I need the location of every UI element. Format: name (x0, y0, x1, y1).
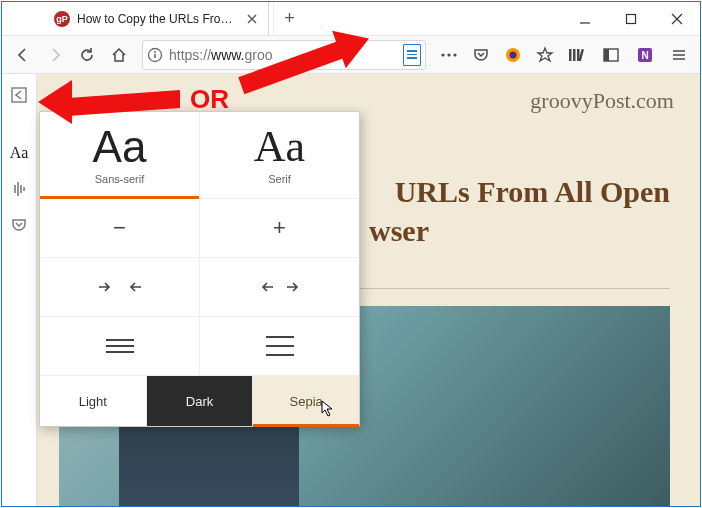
arrows-in-icon (97, 279, 143, 295)
narrate-icon[interactable] (6, 176, 32, 202)
theme-dark[interactable]: Dark (146, 376, 253, 426)
font-sans-option[interactable]: Aa Sans-serif (40, 112, 199, 198)
line-height-loose-icon (266, 336, 294, 356)
tab-active[interactable]: gP How to Copy the URLs From Al (44, 2, 269, 35)
font-size-decrease[interactable]: − (40, 199, 199, 257)
content-width-decrease[interactable] (40, 258, 199, 316)
sidebars-button[interactable] (596, 40, 626, 70)
font-sample-sans: Aa (93, 125, 147, 169)
arrows-out-icon (257, 279, 303, 295)
svg-point-6 (453, 53, 456, 56)
window-controls (562, 2, 700, 35)
reader-mode-icon[interactable] (403, 44, 421, 66)
favicon: gP (54, 11, 70, 27)
firefox-account-icon[interactable] (498, 40, 528, 70)
font-sample-serif: Aa (254, 125, 305, 169)
reader-type-controls-popup: Aa Sans-serif Aa Serif − + (39, 111, 360, 427)
font-serif-option[interactable]: Aa Serif (199, 112, 359, 198)
svg-rect-0 (627, 14, 636, 23)
window-close-button[interactable] (654, 2, 700, 35)
svg-rect-14 (604, 49, 609, 61)
svg-point-4 (441, 53, 444, 56)
home-button[interactable] (104, 40, 134, 70)
tab-title: How to Copy the URLs From Al (77, 12, 237, 26)
pocket-save-icon[interactable] (6, 212, 32, 238)
onenote-extension-icon[interactable]: N (630, 40, 660, 70)
svg-text:N: N (641, 50, 648, 61)
theme-light[interactable]: Light (40, 376, 146, 426)
line-height-decrease[interactable] (40, 317, 199, 375)
app-menu-button[interactable] (664, 40, 694, 70)
browser-window: gP How to Copy the URLs From Al + https:… (1, 1, 701, 507)
close-tab-icon[interactable] (244, 11, 260, 27)
close-reader-icon[interactable] (6, 82, 32, 108)
font-label-sans: Sans-serif (95, 173, 145, 185)
library-button[interactable] (562, 40, 592, 70)
svg-rect-17 (12, 88, 26, 102)
pocket-button[interactable] (466, 40, 496, 70)
bookmark-star-icon[interactable] (530, 40, 560, 70)
page-actions-button[interactable] (434, 40, 464, 70)
type-controls-icon[interactable]: Aa (6, 140, 32, 166)
minimize-button[interactable] (562, 2, 608, 35)
reader-sidebar: Aa (2, 74, 37, 506)
annotation-arrow-left (38, 80, 72, 124)
theme-sepia[interactable]: Sepia (252, 376, 359, 426)
line-height-increase[interactable] (199, 317, 359, 375)
site-brand: groovyPost.com (530, 88, 674, 114)
annotation-or-label: OR (190, 84, 229, 115)
svg-point-8 (510, 51, 517, 58)
font-size-increase[interactable]: + (199, 199, 359, 257)
new-tab-button[interactable]: + (273, 2, 305, 35)
svg-rect-10 (573, 49, 576, 61)
site-info-icon[interactable] (147, 47, 163, 63)
font-label-serif: Serif (268, 173, 291, 185)
url-text: https://www.groo (169, 47, 273, 63)
svg-point-3 (154, 51, 156, 53)
svg-point-5 (447, 53, 450, 56)
line-height-tight-icon (106, 339, 134, 353)
cursor-icon (321, 400, 335, 418)
svg-rect-9 (569, 49, 572, 61)
svg-rect-2 (154, 54, 156, 58)
maximize-button[interactable] (608, 2, 654, 35)
content-width-increase[interactable] (199, 258, 359, 316)
reload-button[interactable] (72, 40, 102, 70)
back-button[interactable] (8, 40, 38, 70)
forward-button[interactable] (40, 40, 70, 70)
